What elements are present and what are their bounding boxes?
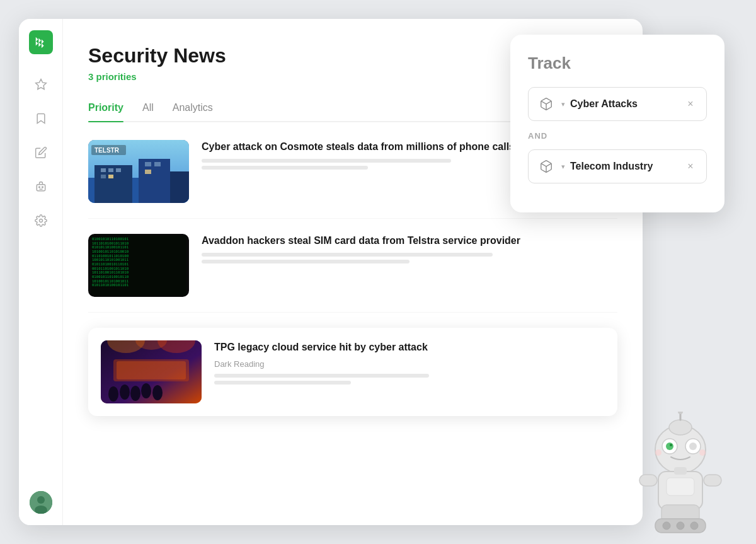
svg-point-41 [678,412,683,414]
news-body-3: TPG legacy cloud service hit by cyber at… [214,340,605,388]
svg-point-6 [37,496,45,504]
svg-point-30 [120,385,130,400]
svg-rect-48 [667,478,694,495]
avatar-image [30,491,52,514]
svg-rect-51 [674,467,687,475]
news-bar-1b [202,166,368,170]
news-item-card-3: TPG legacy cloud service hit by cyber at… [88,328,617,416]
tag-label-1: Cyber Attacks [570,98,638,110]
tab-all[interactable]: All [142,97,154,121]
svg-rect-20 [145,170,151,174]
robot-illustration [624,412,737,538]
svg-rect-50 [704,475,721,486]
svg-point-45 [689,443,697,450]
robot-icon [35,180,47,193]
news-thumb-2: 01001010110100101 10110101001011010 0101… [88,234,189,297]
app-logo[interactable] [29,30,53,54]
svg-rect-49 [639,475,657,486]
svg-rect-18 [145,162,151,166]
news-bar-1a [202,159,451,163]
tag-icon-1 [537,95,555,113]
svg-point-3 [42,187,43,188]
thumb-content-1: TELSTR [88,140,189,203]
edit-icon [35,146,47,159]
svg-rect-13 [101,168,106,172]
track-tag-telecom[interactable]: ▾ Telecom Industry × [528,149,707,183]
news-thumb-1: TELSTR [88,140,189,203]
svg-point-58 [699,449,706,456]
svg-point-46 [670,444,672,446]
svg-rect-35 [117,361,186,379]
sidebar-item-feeds[interactable] [31,177,51,197]
track-panel-title: Track [528,54,707,73]
feedly-logo-icon [34,35,48,49]
svg-marker-0 [35,79,46,90]
cube-icon-2 [539,159,553,173]
news-thumb-3 [101,340,202,403]
track-tag-left-2: ▾ Telecom Industry [537,158,653,175]
tag-close-1[interactable]: × [684,97,697,111]
svg-point-57 [655,449,662,456]
svg-point-33 [152,385,163,400]
tag-close-2[interactable]: × [684,159,697,173]
track-tag-cyber-attacks[interactable]: ▾ Cyber Attacks × [528,87,707,121]
svg-rect-19 [154,162,161,166]
tab-priority[interactable]: Priority [88,97,123,121]
telstra-building-illustration: TELSTR [88,140,189,203]
news-bar-2b [202,260,410,263]
svg-text:01001010110100101
            : 01001010110100101 10110101001011010 0101… [92,237,131,287]
svg-rect-12 [170,171,189,203]
svg-point-44 [666,443,673,450]
bookmark-icon [35,112,47,125]
svg-point-32 [141,383,151,398]
news-title-2[interactable]: Avaddon hackers steal SIM card data from… [202,234,617,248]
news-bar-2a [202,253,493,257]
track-panel: Track ▾ Cyber Attacks × AND [510,35,724,212]
track-tag-left-1: ▾ Cyber Attacks [537,95,638,113]
cube-icon [539,97,553,111]
svg-rect-1 [37,185,45,191]
svg-point-2 [38,187,40,188]
user-avatar[interactable] [30,491,52,514]
news-source-3: Dark Reading [214,359,605,369]
svg-point-4 [39,219,42,223]
svg-rect-17 [108,175,113,178]
news-bar-3a [214,374,429,378]
news-body-2: Avaddon hackers steal SIM card data from… [202,234,617,267]
avatar-icon [30,491,52,514]
svg-rect-15 [116,168,121,172]
sidebar-item-saved[interactable] [31,108,51,129]
explore-icon [35,78,47,91]
svg-point-31 [130,386,140,401]
svg-point-54 [663,522,670,530]
tag-chevron-1[interactable]: ▾ [561,100,565,108]
tag-chevron-2[interactable]: ▾ [561,163,565,171]
svg-rect-16 [101,175,106,178]
news-bar-3b [214,381,351,385]
conference-illustration [101,340,202,403]
svg-point-39 [669,420,692,435]
tab-analytics[interactable]: Analytics [173,97,213,121]
news-title-3[interactable]: TPG legacy cloud service hit by cyber at… [214,340,605,354]
sidebar-item-explore[interactable] [31,74,51,95]
news-item-3: TPG legacy cloud service hit by cyber at… [101,340,605,403]
sidebar-item-annotate[interactable] [31,142,51,163]
gear-icon [35,214,47,227]
svg-text:TELSTR: TELSTR [94,147,120,154]
svg-point-56 [690,522,698,530]
svg-point-29 [108,386,118,402]
svg-rect-14 [108,168,113,172]
tag-label-2: Telecom Industry [570,161,653,172]
sidebar [19,19,63,525]
sidebar-item-settings[interactable] [31,211,51,231]
svg-point-55 [677,522,684,530]
track-and-label: AND [528,131,707,141]
robot-svg [624,412,737,538]
news-item-2: 01001010110100101 10110101001011010 0101… [88,234,617,313]
tag-icon-2 [537,158,555,175]
matrix-illustration: 01001010110100101 10110101001011010 0101… [91,234,186,297]
